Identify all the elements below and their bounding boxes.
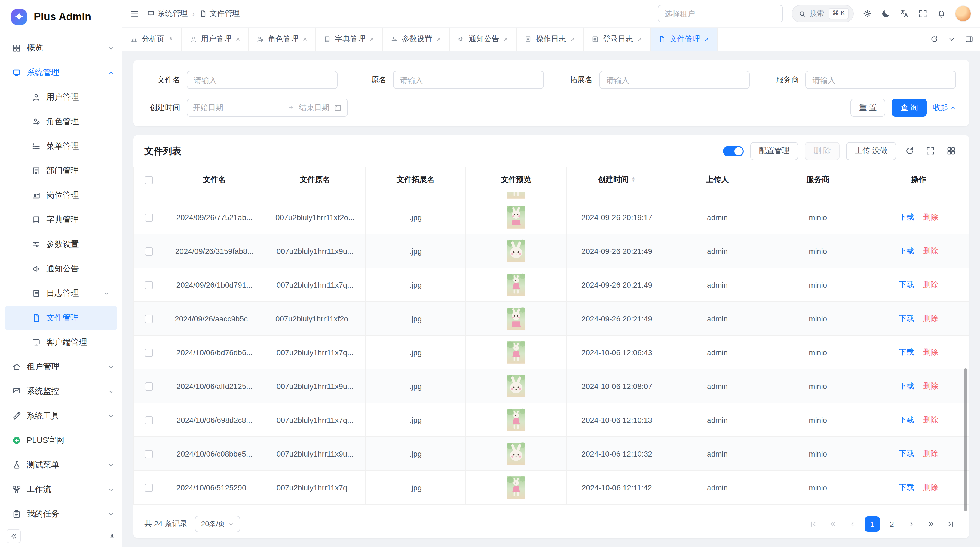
- col-created[interactable]: 创建时间▲▼: [566, 167, 667, 192]
- sort-icon[interactable]: ▲▼: [631, 177, 636, 182]
- sidebar-subitem-参数设置[interactable]: 参数设置: [5, 232, 117, 257]
- table-scroll-area[interactable]: 文件名 文件原名 文件拓展名 文件预览 创建时间▲▼ 上传人 服务商 操作: [134, 167, 969, 510]
- user-avatar[interactable]: [955, 5, 971, 22]
- column-settings-icon[interactable]: [946, 146, 956, 156]
- prev-page-button[interactable]: [845, 517, 860, 532]
- sidebar-subitem-通知公告[interactable]: 通知公告: [5, 257, 117, 281]
- page-number-1[interactable]: 1: [865, 517, 880, 532]
- extension-input[interactable]: [599, 71, 750, 89]
- file-preview-image[interactable]: [471, 205, 562, 229]
- tab-pin-icon[interactable]: [168, 37, 174, 42]
- col-extension[interactable]: 文件拓展名: [365, 167, 466, 192]
- query-button[interactable]: 查 询: [892, 99, 927, 116]
- tab-close-icon[interactable]: [570, 37, 576, 42]
- tab-字典管理[interactable]: 字典管理: [316, 28, 383, 51]
- row-checkbox[interactable]: [145, 450, 153, 458]
- translate-icon[interactable]: [899, 9, 909, 19]
- tenant-select[interactable]: [657, 5, 783, 22]
- col-original-name[interactable]: 文件原名: [265, 167, 366, 192]
- tab-通知公告[interactable]: 通知公告: [450, 28, 517, 51]
- provider-input[interactable]: [805, 71, 956, 89]
- refresh-tab-icon[interactable]: [930, 35, 939, 44]
- upload-button[interactable]: 上传 没做: [846, 142, 896, 160]
- settings-gear-icon[interactable]: [862, 9, 872, 19]
- sidebar-item-工作流[interactable]: 工作流: [0, 477, 122, 502]
- row-checkbox[interactable]: [145, 214, 153, 222]
- sidebar-item-系统工具[interactable]: 系统工具: [0, 404, 122, 428]
- batch-delete-button[interactable]: 删 除: [805, 142, 840, 160]
- sidebar-subitem-用户管理[interactable]: 用户管理: [5, 85, 117, 110]
- sidebar-item-我的任务[interactable]: 我的任务: [0, 502, 122, 525]
- original-name-input[interactable]: [393, 71, 544, 89]
- delete-link[interactable]: 删除: [923, 381, 938, 390]
- file-name-input[interactable]: [187, 71, 337, 89]
- file-preview-image[interactable]: [471, 408, 562, 432]
- tab-close-icon[interactable]: [637, 37, 643, 42]
- delete-link[interactable]: 删除: [923, 415, 938, 424]
- file-preview-image[interactable]: [471, 306, 562, 330]
- tab-登录日志[interactable]: 登录日志: [584, 28, 651, 51]
- delete-link[interactable]: 删除: [923, 246, 938, 255]
- tab-close-icon[interactable]: [704, 37, 710, 42]
- download-link[interactable]: 下载: [899, 347, 914, 356]
- file-preview-image[interactable]: [471, 374, 562, 398]
- delete-link[interactable]: 删除: [923, 449, 938, 458]
- notifications-bell-icon[interactable]: [937, 9, 946, 19]
- hamburger-menu-icon[interactable]: [130, 9, 139, 18]
- download-link[interactable]: 下载: [899, 482, 914, 491]
- download-link[interactable]: 下载: [899, 280, 914, 289]
- vertical-scrollbar-thumb[interactable]: [964, 368, 967, 511]
- sidebar-subitem-部门管理[interactable]: 部门管理: [5, 159, 117, 183]
- download-link[interactable]: 下载: [899, 449, 914, 458]
- file-preview-image[interactable]: [471, 239, 562, 263]
- tab-操作日志[interactable]: 操作日志: [517, 28, 584, 51]
- toggle-switch[interactable]: [723, 146, 744, 156]
- col-provider[interactable]: 服务商: [768, 167, 869, 192]
- download-link[interactable]: 下载: [899, 246, 914, 255]
- app-logo[interactable]: Plus Admin: [0, 0, 122, 34]
- dark-mode-moon-icon[interactable]: [881, 9, 891, 19]
- row-checkbox[interactable]: [145, 484, 153, 492]
- delete-link[interactable]: 删除: [923, 212, 938, 221]
- sidebar-subitem-文件管理[interactable]: 文件管理: [5, 306, 117, 330]
- col-preview[interactable]: 文件预览: [466, 167, 567, 192]
- sidebar-subitem-客户端管理[interactable]: 客户端管理: [5, 330, 117, 355]
- first-page-button[interactable]: [806, 517, 821, 532]
- tab-actions-chevron-down-icon[interactable]: [947, 35, 956, 44]
- page-number-2[interactable]: 2: [884, 517, 899, 532]
- sidebar-subitem-岗位管理[interactable]: 岗位管理: [5, 183, 117, 207]
- delete-link[interactable]: 删除: [923, 280, 938, 289]
- jump-back-button[interactable]: [826, 517, 841, 532]
- row-checkbox[interactable]: [145, 315, 153, 323]
- row-checkbox[interactable]: [145, 349, 153, 357]
- layout-panel-icon[interactable]: [965, 35, 974, 44]
- tab-角色管理[interactable]: 角色管理: [249, 28, 316, 51]
- config-management-button[interactable]: 配置管理: [750, 142, 798, 160]
- breadcrumb-item-system[interactable]: 系统管理: [147, 9, 188, 19]
- delete-link[interactable]: 删除: [923, 314, 938, 322]
- delete-link[interactable]: 删除: [923, 482, 938, 491]
- date-range-picker[interactable]: 开始日期 结束日期: [187, 99, 348, 116]
- file-preview-image[interactable]: [471, 442, 562, 466]
- next-page-button[interactable]: [904, 517, 919, 532]
- expand-table-icon[interactable]: [926, 146, 935, 156]
- sidebar-item-系统管理[interactable]: 系统管理: [0, 61, 122, 85]
- download-link[interactable]: 下载: [899, 212, 914, 221]
- tab-文件管理[interactable]: 文件管理: [651, 28, 718, 51]
- tab-close-icon[interactable]: [369, 37, 375, 42]
- col-actions[interactable]: 操作: [869, 167, 969, 192]
- jump-forward-button[interactable]: [923, 517, 939, 532]
- sidebar-subitem-菜单管理[interactable]: 菜单管理: [5, 134, 117, 159]
- reset-button[interactable]: 重 置: [850, 99, 885, 116]
- collapse-filters-link[interactable]: 收起: [933, 103, 956, 113]
- sidebar-item-租户管理[interactable]: 租户管理: [0, 355, 122, 379]
- page-size-select[interactable]: 20条/页: [195, 516, 240, 532]
- sidebar-subitem-字典管理[interactable]: 字典管理: [5, 207, 117, 232]
- file-preview-image[interactable]: [471, 273, 562, 297]
- row-checkbox[interactable]: [145, 281, 153, 289]
- tab-用户管理[interactable]: 用户管理: [182, 28, 249, 51]
- col-file-name[interactable]: 文件名: [164, 167, 265, 192]
- sidebar-item-PLUS官网[interactable]: PLUS官网: [0, 428, 122, 453]
- tab-分析页[interactable]: 分析页: [123, 28, 182, 51]
- sidebar-subitem-角色管理[interactable]: 角色管理: [5, 110, 117, 134]
